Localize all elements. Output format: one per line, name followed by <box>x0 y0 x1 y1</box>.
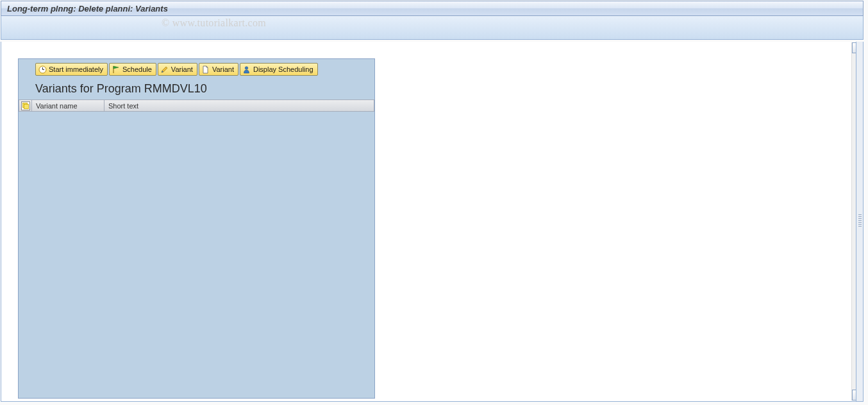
resize-handle[interactable] <box>856 42 863 401</box>
button-label: Start immediately <box>49 65 103 73</box>
column-header-variant-name[interactable]: Variant name <box>32 99 104 112</box>
column-header-short-text[interactable]: Short text <box>104 99 374 112</box>
window-title: Long-term plnng: Delete planni: Variants <box>7 4 168 13</box>
svg-rect-7 <box>24 104 28 108</box>
pencil-icon <box>160 65 169 74</box>
display-scheduling-button[interactable]: Display Scheduling <box>240 63 318 76</box>
clock-icon <box>38 65 47 74</box>
variant-edit-button[interactable]: Variant <box>158 63 197 76</box>
variants-panel: Start immediately Schedule <box>18 58 375 399</box>
schedule-button[interactable]: Schedule <box>109 63 156 76</box>
panel-button-toolbar: Start immediately Schedule <box>19 59 374 80</box>
start-immediately-button[interactable]: Start immediately <box>35 63 108 76</box>
variant-new-button[interactable]: Variant <box>199 63 238 76</box>
select-all-icon <box>21 101 30 110</box>
table-header-row: Variant name Short text <box>19 99 374 112</box>
svg-point-4 <box>246 66 249 69</box>
document-icon <box>201 65 210 74</box>
button-label: Schedule <box>122 65 152 73</box>
window-title-bar: Long-term plnng: Delete planni: Variants <box>1 1 864 16</box>
content-area: Start immediately Schedule <box>1 42 864 402</box>
button-label: Variant <box>171 65 193 73</box>
section-heading: Variants for Program RMMDVL10 <box>19 80 374 99</box>
button-label: Variant <box>212 65 234 73</box>
select-all-cell[interactable] <box>19 99 32 112</box>
button-label: Display Scheduling <box>253 65 313 73</box>
flag-icon <box>112 65 121 74</box>
person-icon <box>242 65 251 74</box>
application-toolbar <box>1 16 864 40</box>
